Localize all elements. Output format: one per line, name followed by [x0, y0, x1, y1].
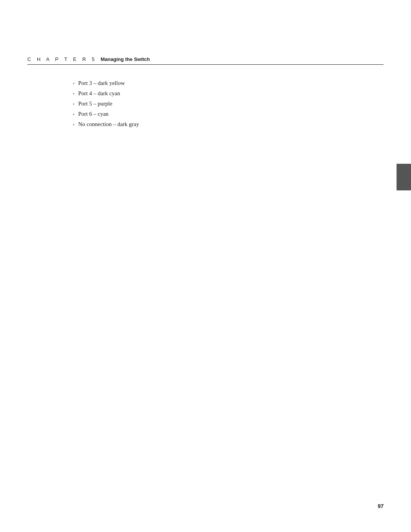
list-item: •Port 4 – dark cyan — [27, 90, 369, 97]
list-item-text: No connection – dark gray — [78, 121, 139, 128]
bullet-icon: • — [73, 123, 75, 127]
list-item: •Port 6 – cyan — [27, 111, 369, 117]
chapter-label: C H A P T E R 5 — [27, 56, 97, 62]
content-area: •Port 3 – dark yellow•Port 4 – dark cyan… — [27, 80, 369, 131]
list-item-text: Port 5 – purple — [78, 101, 113, 107]
bullet-icon: • — [73, 81, 75, 86]
list-item-text: Port 4 – dark cyan — [78, 90, 120, 97]
side-tab — [397, 164, 411, 190]
bullet-list: •Port 3 – dark yellow•Port 4 – dark cyan… — [27, 80, 369, 128]
list-item: •Port 3 – dark yellow — [27, 80, 369, 86]
chapter-header: C H A P T E R 5 Managing the Switch — [27, 56, 384, 65]
bullet-icon: • — [73, 102, 75, 106]
page-number: 97 — [378, 503, 384, 509]
bullet-icon: • — [73, 92, 75, 96]
chapter-title: Managing the Switch — [101, 56, 150, 62]
list-item-text: Port 3 – dark yellow — [78, 80, 125, 86]
list-item: •No connection – dark gray — [27, 121, 369, 128]
list-item-text: Port 6 – cyan — [78, 111, 109, 117]
bullet-icon: • — [73, 112, 75, 117]
page: C H A P T E R 5 Managing the Switch •Por… — [0, 0, 411, 532]
list-item: •Port 5 – purple — [27, 101, 369, 107]
